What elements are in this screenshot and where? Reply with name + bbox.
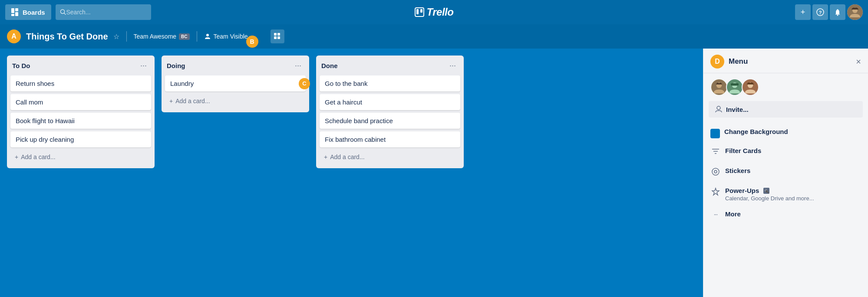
invite-label: Invite... — [726, 106, 749, 113]
board-menu-icon-btn[interactable] — [271, 29, 284, 43]
svg-point-26 — [717, 106, 720, 110]
trello-logo: Trello — [415, 6, 454, 18]
avatar-1-image — [711, 78, 727, 96]
card-return-shoes[interactable]: Return shoes — [10, 75, 151, 91]
stickers-label: Stickers — [725, 167, 750, 174]
card-call-mom-label: Call mom — [16, 98, 43, 106]
visibility-button[interactable]: Team Visible B — [204, 30, 263, 42]
svg-rect-0 — [11, 8, 14, 13]
user-avatar[interactable] — [847, 4, 863, 20]
filter-cards-label: Filter Cards — [725, 147, 761, 154]
invite-button[interactable]: Invite... — [709, 101, 863, 117]
svg-rect-18 — [277, 36, 280, 39]
menu-item-stickers[interactable]: Stickers — [703, 163, 868, 183]
list-doing: Doing ··· Laundry C + Add a card... — [162, 55, 309, 112]
card-return-shoes-label: Return shoes — [16, 80, 54, 87]
svg-text:?: ? — [819, 10, 822, 15]
more-label: More — [725, 210, 741, 218]
add-card-doing-button[interactable]: + Add a card... — [165, 94, 306, 108]
menu-item-stickers-content: Stickers — [725, 167, 750, 174]
card-dry-cleaning-label: Pick up dry cleaning — [16, 136, 74, 143]
more-icon: ··· — [710, 211, 721, 218]
card-laundry-label: Laundry — [170, 80, 194, 87]
board-title: Things To Get Done — [26, 32, 108, 42]
card-laundry[interactable]: Laundry C — [165, 75, 306, 91]
close-icon: × — [856, 57, 861, 66]
card-bathroom-label: Fix bathroom cabinet — [325, 136, 386, 143]
board-main: To Do ··· Return shoes Call mom Book fli… — [0, 49, 868, 297]
card-bank[interactable]: Go to the bank — [320, 75, 460, 91]
menu-item-filter-cards[interactable]: Filter Cards — [703, 143, 868, 163]
boards-button[interactable]: Boards — [5, 4, 51, 20]
stickers-icon — [710, 167, 721, 178]
menu-item-powerups-content: Power-Ups 🔌 Calendar, Google Drive and m… — [725, 187, 814, 202]
boards-label: Boards — [23, 9, 45, 16]
header-divider-2 — [197, 31, 197, 42]
svg-text:🔌: 🔌 — [764, 189, 769, 194]
menu-item-filter-content: Filter Cards — [725, 147, 761, 154]
card-bank-label: Go to the bank — [325, 80, 367, 87]
add-card-done-button[interactable]: + Add a card... — [320, 150, 460, 164]
menu-item-more[interactable]: ··· More — [703, 206, 868, 222]
menu-item-more-content: More — [725, 210, 741, 218]
menu-close-button[interactable]: × — [856, 57, 861, 66]
avatar-image — [847, 4, 863, 20]
search-box[interactable] — [56, 4, 151, 20]
list-done-more-button[interactable]: ··· — [447, 61, 459, 70]
topnav: Boards Trello + ? — [0, 0, 868, 24]
team-awesome-button[interactable]: Team Awesome BC — [134, 33, 190, 40]
label-a-badge: A — [7, 29, 21, 43]
svg-point-14 — [206, 34, 209, 36]
card-haircut[interactable]: Get a haircut — [320, 94, 460, 110]
header-divider-1 — [126, 31, 127, 42]
list-done-title: Done — [321, 62, 338, 69]
list-doing-more-button[interactable]: ··· — [292, 61, 304, 70]
add-icon: + — [801, 8, 805, 17]
member-avatar-3[interactable] — [742, 78, 759, 96]
card-bathroom[interactable]: Fix bathroom cabinet — [320, 131, 460, 147]
team-name-label: Team Awesome — [134, 33, 177, 40]
add-button[interactable]: + — [795, 4, 811, 20]
card-book-flight[interactable]: Book flight to Hawaii — [10, 113, 151, 129]
svg-rect-8 — [420, 9, 422, 13]
card-book-flight-label: Book flight to Hawaii — [16, 117, 75, 124]
add-icon-done: + — [324, 153, 327, 160]
background-color-icon — [710, 129, 720, 138]
menu-panel: D Menu × — [703, 49, 868, 297]
member-avatar-1[interactable] — [710, 78, 728, 96]
menu-title: Menu — [729, 57, 748, 66]
member-avatar-2[interactable] — [726, 78, 743, 96]
invite-icon — [715, 105, 723, 113]
trello-logo-text: Trello — [427, 6, 454, 18]
team-badge: BC — [179, 33, 189, 40]
menu-header-left: D Menu — [710, 55, 748, 69]
search-icon — [60, 9, 66, 16]
add-card-doing-label: Add a card... — [175, 98, 210, 104]
svg-rect-1 — [15, 8, 18, 11]
search-input[interactable] — [66, 9, 147, 16]
add-icon-todo: + — [15, 153, 18, 160]
board-header: A Things To Get Done ☆ Team Awesome BC T… — [0, 24, 868, 49]
svg-point-28 — [714, 170, 717, 173]
menu-avatars — [703, 73, 868, 101]
card-call-mom[interactable]: Call mom — [10, 94, 151, 110]
boards-icon — [11, 8, 19, 16]
list-todo-more-button[interactable]: ··· — [138, 61, 149, 70]
add-card-todo-button[interactable]: + Add a card... — [10, 150, 151, 164]
label-d-badge: D — [710, 55, 724, 69]
info-button[interactable]: ? — [812, 4, 828, 20]
power-ups-badge-icon: 🔌 — [763, 188, 769, 194]
avatar-3-image — [743, 78, 758, 96]
change-background-label: Change Background — [724, 128, 788, 135]
star-icon[interactable]: ☆ — [113, 33, 119, 41]
menu-header: D Menu × — [703, 49, 868, 73]
menu-item-change-background[interactable]: Change Background — [703, 124, 868, 143]
card-dry-cleaning[interactable]: Pick up dry cleaning — [10, 131, 151, 147]
avatar-2-image — [727, 78, 743, 96]
card-band-practice[interactable]: Schedule band practice — [320, 113, 460, 129]
list-todo: To Do ··· Return shoes Call mom Book fli… — [7, 55, 155, 168]
menu-items: Change Background Filter Cards — [703, 119, 868, 226]
menu-item-power-ups[interactable]: Power-Ups 🔌 Calendar, Google Drive and m… — [703, 183, 868, 206]
svg-rect-2 — [11, 14, 14, 16]
notification-button[interactable] — [830, 4, 845, 20]
